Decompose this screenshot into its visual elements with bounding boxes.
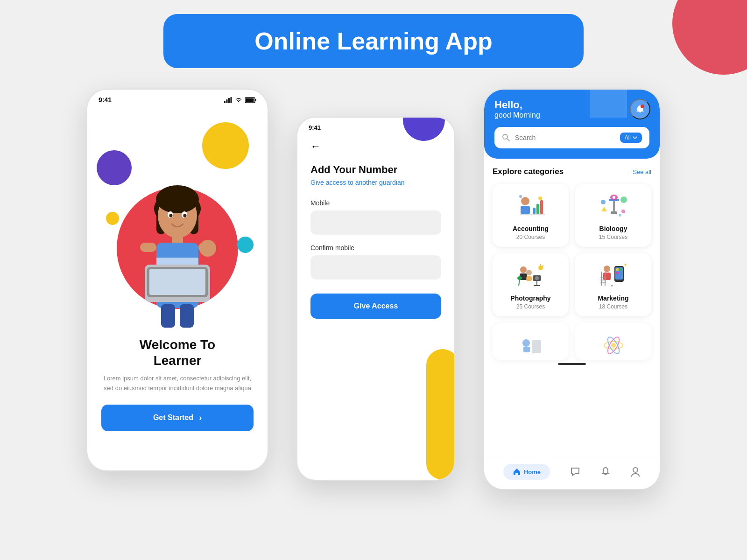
nav-notifications[interactable]: [600, 466, 611, 477]
home-indicator: [558, 363, 586, 365]
svg-rect-0: [224, 101, 226, 103]
svg-point-11: [156, 185, 199, 213]
category-card-photography[interactable]: Photography 25 Courses: [493, 253, 569, 316]
text-section-1: Welcome To Learner Lorem ipsum dolor sit…: [87, 328, 268, 441]
svg-point-14: [169, 214, 173, 217]
status-time-1: 9:41: [99, 96, 112, 104]
svg-point-44: [538, 196, 542, 200]
svg-rect-40: [533, 208, 536, 214]
get-started-button[interactable]: Get Started ›: [101, 405, 254, 431]
svg-point-84: [522, 339, 530, 347]
marketing-icon: ★ ★: [597, 262, 630, 290]
svg-line-67: [519, 279, 520, 286]
svg-point-55: [619, 214, 621, 217]
svg-point-68: [517, 276, 522, 280]
give-access-button[interactable]: Give Access: [310, 294, 441, 319]
category-card-marketing[interactable]: ★ ★ Marketing 18 Courses: [575, 253, 651, 316]
home-header: Hello, good Morning All: [484, 90, 660, 159]
status-bar-1: 9:41: [87, 90, 268, 104]
category-name-photography: Photography: [499, 294, 562, 302]
category-card-partial-1[interactable]: [493, 323, 569, 360]
form-subtitle: Give access to another guardian: [310, 179, 441, 186]
search-filter-badge[interactable]: All: [620, 133, 642, 143]
accounting-icon: [514, 192, 547, 220]
battery-icon: [245, 97, 256, 103]
form-content: ← Add Your Number Give access to another…: [297, 131, 454, 328]
svg-rect-74: [620, 268, 622, 271]
svg-point-59: [535, 276, 539, 280]
home-body: Explore categories See all: [484, 159, 660, 360]
mobile-label: Mobile: [310, 199, 441, 207]
back-button[interactable]: ←: [310, 140, 321, 153]
svg-point-35: [641, 105, 644, 108]
chevron-down-icon: [633, 136, 637, 140]
categories-title: Explore categories: [493, 167, 564, 176]
svg-point-87: [611, 343, 616, 348]
category-name-biology: Bioloogy: [582, 225, 645, 232]
search-input[interactable]: [515, 134, 615, 141]
category-card-accounting[interactable]: Accounting 20 Courses: [493, 184, 569, 247]
form-title: Add Your Number: [310, 164, 441, 176]
yellow-cylinder-decoration: [426, 349, 455, 480]
svg-marker-53: [601, 207, 607, 211]
svg-rect-86: [532, 340, 541, 353]
svg-rect-39: [521, 206, 530, 214]
phone-welcome-screen: 9:41: [86, 89, 268, 471]
svg-point-56: [520, 266, 527, 273]
svg-point-25: [199, 240, 216, 257]
confirm-mobile-input[interactable]: [310, 255, 441, 280]
svg-point-54: [621, 210, 625, 213]
bottom-navigation: Home: [484, 457, 660, 489]
category-name-marketing: Marketing: [582, 294, 645, 302]
svg-rect-2: [228, 98, 230, 103]
svg-rect-85: [523, 347, 530, 352]
svg-rect-27: [180, 304, 194, 328]
category-courses-biology: 15 Courses: [582, 234, 645, 240]
home-icon: [513, 468, 521, 476]
nav-profile[interactable]: [630, 466, 641, 477]
person-illustration: [131, 160, 224, 328]
hero-circle-cyan: [237, 237, 254, 253]
nav-home[interactable]: Home: [503, 464, 550, 480]
category-card-partial-2[interactable]: [575, 323, 651, 360]
phone-home-screen: Hello, good Morning All: [483, 89, 661, 490]
category-courses-photography: 25 Courses: [499, 303, 562, 310]
svg-line-37: [507, 139, 509, 141]
svg-point-91: [633, 468, 638, 472]
svg-point-52: [620, 196, 627, 203]
biology-icon: [597, 192, 630, 220]
search-bar[interactable]: All: [494, 127, 649, 148]
status-time-2: 9:41: [309, 124, 321, 131]
svg-rect-75: [616, 272, 619, 274]
hero-section: [87, 104, 268, 328]
category-courses-accounting: 20 Courses: [499, 234, 562, 240]
svg-point-15: [183, 214, 187, 217]
notification-button[interactable]: [630, 99, 650, 119]
phones-container: 9:41: [0, 70, 747, 560]
bg-decoration-circle: [672, 0, 747, 75]
chat-icon: [570, 466, 581, 477]
svg-rect-76: [620, 272, 622, 274]
svg-rect-26: [161, 304, 175, 328]
categories-grid: Accounting 20 Courses: [493, 184, 651, 316]
profile-icon: [630, 466, 641, 477]
svg-text:★: ★: [611, 284, 613, 287]
search-icon: [502, 133, 510, 142]
header-decoration: [590, 89, 627, 118]
svg-point-69: [604, 266, 610, 272]
welcome-title: Welcome To Learner: [101, 337, 254, 368]
svg-rect-20: [140, 243, 156, 252]
svg-rect-73: [616, 268, 619, 271]
phone-add-number-screen: 9:41 ←: [296, 117, 455, 481]
mobile-input[interactable]: [310, 210, 441, 235]
category-card-biology[interactable]: Bioloogy 15 Courses: [575, 184, 651, 247]
svg-rect-41: [536, 204, 539, 214]
page-title: Online Learning App: [191, 27, 556, 55]
see-all-link[interactable]: See all: [633, 168, 651, 175]
photography-icon: [514, 262, 547, 290]
nav-chat[interactable]: [570, 466, 581, 477]
svg-rect-5: [255, 99, 257, 101]
header-banner: Online Learning App: [163, 14, 584, 68]
wifi-icon: [235, 97, 242, 103]
svg-text:★: ★: [624, 263, 627, 267]
